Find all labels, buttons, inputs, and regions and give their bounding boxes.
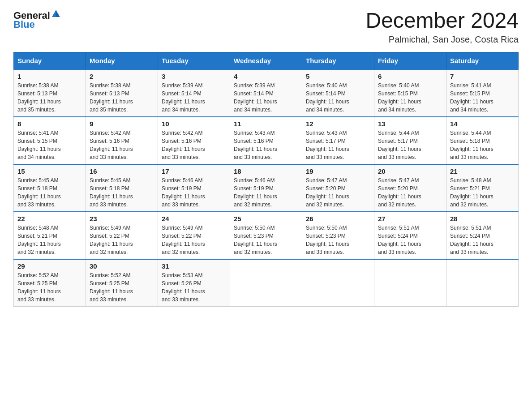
calendar-table: SundayMondayTuesdayWednesdayThursdayFrid… xyxy=(13,52,519,307)
day-info: Sunrise: 5:45 AMSunset: 5:18 PMDaylight:… xyxy=(90,176,154,209)
day-info: Sunrise: 5:43 AMSunset: 5:17 PMDaylight:… xyxy=(306,129,370,161)
calendar-cell: 9Sunrise: 5:42 AMSunset: 5:16 PMDaylight… xyxy=(86,117,158,164)
calendar-cell: 16Sunrise: 5:45 AMSunset: 5:18 PMDayligh… xyxy=(86,164,158,212)
calendar-cell: 18Sunrise: 5:46 AMSunset: 5:19 PMDayligh… xyxy=(230,164,302,212)
calendar-cell: 2Sunrise: 5:38 AMSunset: 5:13 PMDaylight… xyxy=(86,69,158,117)
logo: General Blue xyxy=(13,9,61,30)
day-info: Sunrise: 5:51 AMSunset: 5:24 PMDaylight:… xyxy=(450,224,515,256)
header-friday: Friday xyxy=(374,52,446,69)
day-info: Sunrise: 5:39 AMSunset: 5:14 PMDaylight:… xyxy=(234,81,298,114)
logo-icon xyxy=(51,9,61,19)
day-info: Sunrise: 5:39 AMSunset: 5:14 PMDaylight:… xyxy=(162,81,226,114)
calendar-cell: 5Sunrise: 5:40 AMSunset: 5:14 PMDaylight… xyxy=(302,69,374,117)
header-tuesday: Tuesday xyxy=(158,52,230,69)
day-number: 1 xyxy=(17,73,82,80)
day-info: Sunrise: 5:52 AMSunset: 5:25 PMDaylight:… xyxy=(90,271,154,304)
day-info: Sunrise: 5:46 AMSunset: 5:19 PMDaylight:… xyxy=(234,176,298,209)
day-info: Sunrise: 5:42 AMSunset: 5:16 PMDaylight:… xyxy=(162,129,226,161)
month-title: December 2024 xyxy=(365,9,519,33)
day-info: Sunrise: 5:40 AMSunset: 5:14 PMDaylight:… xyxy=(306,81,370,114)
calendar-cell: 11Sunrise: 5:43 AMSunset: 5:16 PMDayligh… xyxy=(230,117,302,164)
calendar-cell: 30Sunrise: 5:52 AMSunset: 5:25 PMDayligh… xyxy=(86,259,158,307)
calendar-cell xyxy=(230,259,302,307)
calendar-cell: 6Sunrise: 5:40 AMSunset: 5:15 PMDaylight… xyxy=(374,69,446,117)
calendar-cell: 24Sunrise: 5:49 AMSunset: 5:22 PMDayligh… xyxy=(158,212,230,259)
title-area: December 2024 Palmichal, San Jose, Costa… xyxy=(365,9,519,45)
day-number: 7 xyxy=(450,73,515,80)
header-wednesday: Wednesday xyxy=(230,52,302,69)
calendar-cell: 4Sunrise: 5:39 AMSunset: 5:14 PMDaylight… xyxy=(230,69,302,117)
calendar-header: SundayMondayTuesdayWednesdayThursdayFrid… xyxy=(14,52,519,69)
day-number: 22 xyxy=(17,215,82,223)
day-number: 17 xyxy=(162,167,226,175)
day-number: 26 xyxy=(306,215,370,223)
day-info: Sunrise: 5:53 AMSunset: 5:26 PMDaylight:… xyxy=(162,271,226,304)
week-row-2: 8Sunrise: 5:41 AMSunset: 5:15 PMDaylight… xyxy=(14,117,519,164)
header-saturday: Saturday xyxy=(446,52,519,69)
calendar-cell: 14Sunrise: 5:44 AMSunset: 5:18 PMDayligh… xyxy=(446,117,519,164)
calendar-cell: 3Sunrise: 5:39 AMSunset: 5:14 PMDaylight… xyxy=(158,69,230,117)
day-number: 25 xyxy=(234,215,298,223)
calendar-cell: 17Sunrise: 5:46 AMSunset: 5:19 PMDayligh… xyxy=(158,164,230,212)
day-info: Sunrise: 5:48 AMSunset: 5:21 PMDaylight:… xyxy=(17,224,82,256)
calendar-cell: 23Sunrise: 5:49 AMSunset: 5:22 PMDayligh… xyxy=(86,212,158,259)
day-info: Sunrise: 5:41 AMSunset: 5:15 PMDaylight:… xyxy=(17,129,82,161)
header-row: SundayMondayTuesdayWednesdayThursdayFrid… xyxy=(14,52,519,69)
day-number: 24 xyxy=(162,215,226,223)
day-number: 10 xyxy=(162,120,226,128)
day-info: Sunrise: 5:52 AMSunset: 5:25 PMDaylight:… xyxy=(17,271,82,304)
calendar-cell: 13Sunrise: 5:44 AMSunset: 5:17 PMDayligh… xyxy=(374,117,446,164)
day-number: 28 xyxy=(450,215,515,223)
day-number: 13 xyxy=(378,120,442,128)
calendar-cell: 7Sunrise: 5:41 AMSunset: 5:15 PMDaylight… xyxy=(446,69,519,117)
day-number: 29 xyxy=(17,262,82,270)
day-number: 21 xyxy=(450,167,515,175)
week-row-1: 1Sunrise: 5:38 AMSunset: 5:13 PMDaylight… xyxy=(14,69,519,117)
day-number: 27 xyxy=(378,215,442,223)
day-info: Sunrise: 5:40 AMSunset: 5:15 PMDaylight:… xyxy=(378,81,442,114)
day-info: Sunrise: 5:42 AMSunset: 5:16 PMDaylight:… xyxy=(90,129,154,161)
day-number: 15 xyxy=(17,167,82,175)
calendar-cell: 15Sunrise: 5:45 AMSunset: 5:18 PMDayligh… xyxy=(14,164,86,212)
day-number: 31 xyxy=(162,262,226,270)
day-info: Sunrise: 5:48 AMSunset: 5:21 PMDaylight:… xyxy=(450,176,515,209)
calendar-cell: 19Sunrise: 5:47 AMSunset: 5:20 PMDayligh… xyxy=(302,164,374,212)
calendar-cell: 27Sunrise: 5:51 AMSunset: 5:24 PMDayligh… xyxy=(374,212,446,259)
day-info: Sunrise: 5:49 AMSunset: 5:22 PMDaylight:… xyxy=(90,224,154,256)
header-sunday: Sunday xyxy=(14,52,86,69)
calendar-cell: 20Sunrise: 5:47 AMSunset: 5:20 PMDayligh… xyxy=(374,164,446,212)
day-number: 20 xyxy=(378,167,442,175)
day-number: 30 xyxy=(90,262,154,270)
day-number: 5 xyxy=(306,73,370,80)
day-info: Sunrise: 5:47 AMSunset: 5:20 PMDaylight:… xyxy=(378,176,442,209)
day-info: Sunrise: 5:47 AMSunset: 5:20 PMDaylight:… xyxy=(306,176,370,209)
calendar-cell: 1Sunrise: 5:38 AMSunset: 5:13 PMDaylight… xyxy=(14,69,86,117)
day-number: 8 xyxy=(17,120,82,128)
logo-text-blue: Blue xyxy=(13,19,35,30)
day-info: Sunrise: 5:51 AMSunset: 5:24 PMDaylight:… xyxy=(378,224,442,256)
calendar-cell: 22Sunrise: 5:48 AMSunset: 5:21 PMDayligh… xyxy=(14,212,86,259)
day-info: Sunrise: 5:49 AMSunset: 5:22 PMDaylight:… xyxy=(162,224,226,256)
day-number: 14 xyxy=(450,120,515,128)
day-info: Sunrise: 5:38 AMSunset: 5:13 PMDaylight:… xyxy=(90,81,154,114)
calendar-cell xyxy=(302,259,374,307)
day-number: 4 xyxy=(234,73,298,80)
header-monday: Monday xyxy=(86,52,158,69)
location-subtitle: Palmichal, San Jose, Costa Rica xyxy=(365,34,519,45)
day-info: Sunrise: 5:44 AMSunset: 5:17 PMDaylight:… xyxy=(378,129,442,161)
day-number: 19 xyxy=(306,167,370,175)
day-number: 2 xyxy=(90,73,154,80)
week-row-4: 22Sunrise: 5:48 AMSunset: 5:21 PMDayligh… xyxy=(14,212,519,259)
calendar-cell xyxy=(374,259,446,307)
calendar-cell xyxy=(446,259,519,307)
day-info: Sunrise: 5:45 AMSunset: 5:18 PMDaylight:… xyxy=(17,176,82,209)
header-thursday: Thursday xyxy=(302,52,374,69)
calendar-cell: 25Sunrise: 5:50 AMSunset: 5:23 PMDayligh… xyxy=(230,212,302,259)
day-number: 3 xyxy=(162,73,226,80)
day-info: Sunrise: 5:46 AMSunset: 5:19 PMDaylight:… xyxy=(162,176,226,209)
calendar-cell: 29Sunrise: 5:52 AMSunset: 5:25 PMDayligh… xyxy=(14,259,86,307)
calendar-cell: 31Sunrise: 5:53 AMSunset: 5:26 PMDayligh… xyxy=(158,259,230,307)
day-info: Sunrise: 5:44 AMSunset: 5:18 PMDaylight:… xyxy=(450,129,515,161)
calendar-cell: 12Sunrise: 5:43 AMSunset: 5:17 PMDayligh… xyxy=(302,117,374,164)
day-number: 16 xyxy=(90,167,154,175)
